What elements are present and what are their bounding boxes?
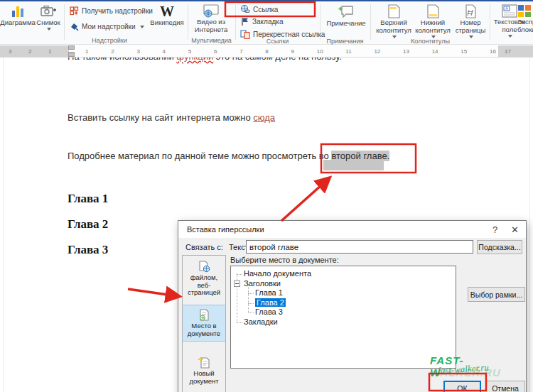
hyperlink-syuda[interactable]: сюда bbox=[253, 112, 275, 123]
link-with-label: Связать с: bbox=[185, 243, 223, 251]
ruler-number: 12 bbox=[374, 48, 380, 55]
quick-parts-button[interactable]: Экспресс-блоки bbox=[517, 4, 533, 34]
wikipedia-button[interactable]: W Википедия bbox=[148, 4, 186, 27]
link-to-new-document[interactable]: Новый документ bbox=[183, 353, 225, 388]
tree-guide-line bbox=[248, 293, 254, 294]
heading-glava-1: Глава 1 bbox=[68, 192, 108, 206]
link-to-place-in-document[interactable]: Место в документе bbox=[183, 305, 225, 342]
tree-guide-line bbox=[237, 274, 242, 275]
comment-button[interactable]: Примечание bbox=[323, 4, 369, 28]
ruler-number: 9 bbox=[291, 48, 294, 55]
comments-group-label: Примечания bbox=[320, 38, 370, 45]
chart-button[interactable]: Диаграмма bbox=[1, 4, 34, 27]
header-button[interactable]: Верхний колонтитул bbox=[375, 4, 412, 38]
chevron-down-icon bbox=[47, 28, 51, 31]
clipped-text-a: На таком использовании bbox=[68, 58, 176, 62]
tree-item-glava-1[interactable]: Глава 1 bbox=[255, 288, 283, 297]
ruler-number: 2 bbox=[111, 48, 114, 55]
clipped-paragraph: На таком использовании функции это на са… bbox=[68, 58, 373, 66]
header-icon bbox=[388, 4, 400, 18]
tree-item-glava-3[interactable]: Глава 3 bbox=[255, 307, 283, 316]
file-web-icon bbox=[198, 261, 210, 273]
link-to-existing-file[interactable]: файлом, веб-страницей bbox=[183, 257, 225, 300]
comment-button-label: Примечание bbox=[327, 20, 366, 28]
ruler-number: 14 bbox=[432, 48, 438, 55]
ruler-number: 4 bbox=[163, 48, 166, 55]
heading-glava-3: Глава 3 bbox=[68, 243, 108, 257]
ribbon-divider bbox=[490, 4, 490, 40]
cancel-button[interactable]: Отмена bbox=[485, 381, 525, 392]
heading-glava-2: Глава 2 bbox=[68, 217, 108, 232]
indent-marker-top[interactable] bbox=[68, 45, 75, 50]
target-frame-button-label: Выбор рамки... bbox=[470, 290, 522, 299]
screenshot-button[interactable]: Снимок bbox=[33, 4, 63, 31]
ruler-scale: 1 2 3 4 5 6 7 8 9 10 11 12 13 14 15 16 bbox=[85, 45, 496, 57]
bookmark-button[interactable]: Закладка bbox=[240, 17, 283, 26]
word-window: Диаграмма Снимок Получить надстройки Мои… bbox=[0, 0, 533, 392]
my-addins-button[interactable]: Мои надстройки bbox=[70, 22, 144, 31]
page-number-button[interactable]: Номер страницы bbox=[453, 4, 488, 38]
close-icon[interactable]: ✕ bbox=[511, 224, 519, 235]
selection-second-line bbox=[323, 160, 384, 170]
tree-item-glava-2-label: Глава 2 bbox=[255, 298, 286, 307]
chart-icon bbox=[11, 4, 25, 18]
tree-item-bookmarks[interactable]: Закладки bbox=[244, 317, 278, 326]
display-text-input[interactable] bbox=[246, 240, 473, 254]
tree-item-doc-start[interactable]: Начало документа bbox=[244, 269, 311, 278]
page-right-edge bbox=[529, 58, 530, 392]
links-group-label: Ссылки bbox=[235, 38, 320, 45]
footer-icon bbox=[427, 4, 439, 18]
link-button[interactable]: Ссылка bbox=[240, 4, 278, 14]
page-left-edge bbox=[3, 58, 4, 392]
clipped-misspelled-link[interactable]: функции bbox=[176, 58, 213, 62]
ruler-number: 15 bbox=[461, 48, 467, 55]
ruler-number: 10 bbox=[317, 48, 323, 55]
page-number-label: Номер страницы bbox=[453, 19, 488, 35]
screentip-button[interactable]: Подсказка... bbox=[477, 240, 522, 254]
header-button-label: Верхний колонтитул bbox=[375, 19, 412, 35]
tree-item-glava-2-selected[interactable]: Глава 2 bbox=[255, 298, 286, 307]
help-icon[interactable]: ? bbox=[492, 224, 497, 235]
link-icon bbox=[240, 4, 250, 14]
clipped-text-b: это на самом деле на пользу. bbox=[213, 58, 342, 62]
dialog-title: Вставка гиперссылки bbox=[187, 225, 264, 234]
link-button-label: Ссылка bbox=[253, 6, 278, 13]
indent-marker-bottom[interactable] bbox=[68, 52, 75, 57]
svg-text:A: A bbox=[505, 6, 508, 11]
annotation-arrow-to-selection bbox=[281, 179, 328, 221]
chevron-down-icon bbox=[508, 35, 512, 38]
my-addins-label: Мои надстройки bbox=[82, 23, 136, 31]
ruler-number: 2 bbox=[28, 48, 31, 55]
ruler-number: 13 bbox=[403, 48, 409, 55]
my-addins-icon bbox=[70, 22, 79, 31]
link-to-panel: файлом, веб-страницей Место в документе … bbox=[182, 255, 226, 392]
selected-text-vtoroy-glave[interactable]: второй главе. bbox=[331, 151, 389, 161]
media-group-label: Мультимедиа bbox=[188, 37, 235, 44]
addins-group-label: Надстройки bbox=[70, 37, 149, 44]
target-frame-button[interactable]: Выбор рамки... bbox=[468, 287, 525, 302]
get-addins-icon bbox=[70, 6, 79, 16]
ruler-number: 7 bbox=[239, 48, 242, 55]
quick-parts-icon bbox=[517, 4, 532, 18]
chart-button-label: Диаграмма bbox=[0, 19, 35, 27]
ruler-number: 1 bbox=[48, 48, 51, 55]
collapse-icon[interactable] bbox=[234, 281, 240, 287]
ruler-number: 1 bbox=[85, 48, 88, 55]
tree-guide-line bbox=[237, 322, 242, 323]
paragraph-insert-link: Вставить ссылку на сайт интернета можно … bbox=[68, 112, 275, 123]
tree-item-headings[interactable]: Заголовки bbox=[244, 279, 281, 288]
ruler-number: 3 bbox=[136, 48, 139, 55]
get-addins-button[interactable]: Получить надстройки bbox=[70, 6, 153, 16]
footer-button[interactable]: Нижний колонтитул bbox=[414, 4, 452, 38]
tree-guide-line bbox=[248, 303, 254, 304]
screenshot-button-label: Снимок bbox=[36, 19, 60, 27]
ok-button[interactable]: ОК bbox=[443, 381, 481, 392]
annotation-arrow-to-place-in-document bbox=[128, 289, 178, 296]
ruler-number: 8 bbox=[265, 48, 268, 55]
ruler-number: 3 bbox=[9, 48, 11, 55]
footer-button-label: Нижний колонтитул bbox=[414, 19, 452, 35]
ruler-number: 16 bbox=[490, 48, 496, 55]
online-video-icon bbox=[203, 4, 220, 18]
online-video-button[interactable]: Видео из Интернета bbox=[189, 4, 233, 34]
ruler-number: 6 bbox=[214, 48, 217, 55]
